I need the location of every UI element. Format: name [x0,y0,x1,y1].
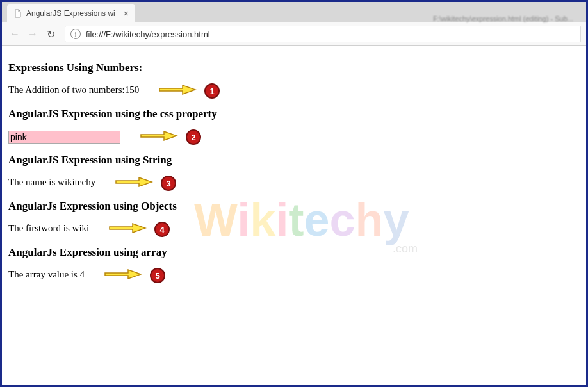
heading-objects: AngularJs Expression using Objects [8,200,580,213]
row-3: The name is wikitechy 3 [8,176,580,191]
heading-array: AngularJs Expression using array [8,246,580,259]
forward-button[interactable]: → [25,26,40,42]
arrow-icon [158,83,197,99]
url-box[interactable]: i file:///F:/wikitechy/expression.html [65,26,581,42]
page-content: Wikitechy .com Expressions Using Numbers… [2,46,586,293]
row-2: 2 [8,129,580,145]
pink-input[interactable] [8,131,120,144]
blurred-caption: F:\wikitechy\expression.html (editing) -… [433,15,573,22]
info-icon[interactable]: i [70,29,81,39]
file-icon [13,9,22,18]
row-4: The firstword is wiki 4 [8,222,580,237]
badge-1: 1 [204,83,220,99]
badge-4: 4 [154,222,170,237]
address-bar: ← → ↻ i file:///F:/wikitechy/expression.… [2,22,586,45]
badge-3: 3 [161,176,176,191]
arrow-icon [140,129,178,145]
browser-chrome: AngularJS Expressions wi × F:\wikitechy\… [2,2,586,46]
arrow-icon [104,268,142,283]
row-5: The array value is 4 5 [8,268,580,283]
back-button[interactable]: ← [7,26,22,42]
url-text: file:///F:/wikitechy/expression.html [86,29,210,39]
heading-numbers: Expressions Using Numbers: [8,62,580,74]
text-firstword: The firstword is wiki [8,223,89,234]
text-name: The name is wikitechy [8,177,95,188]
badge-5: 5 [150,268,165,283]
badge-2: 2 [186,129,201,145]
arrow-icon [108,222,147,237]
browser-tab[interactable]: AngularJS Expressions wi × [7,4,135,22]
row-1: The Addition of two numbers:150 1 [8,83,580,99]
heading-css: AngularJS Expression using the css prope… [8,108,580,120]
reload-button[interactable]: ↻ [43,26,58,42]
heading-string: AngularJS Expression using String [8,154,580,167]
tab-bar-right: F:\wikitechy\expression.html (editing) -… [135,15,586,22]
tab-bar: AngularJS Expressions wi × F:\wikitechy\… [2,2,586,22]
text-array: The array value is 4 [8,269,85,280]
close-icon[interactable]: × [124,8,129,19]
arrow-icon [115,176,153,191]
tab-title: AngularJS Expressions wi [26,9,120,18]
text-addition: The Addition of two numbers:150 [8,85,139,95]
